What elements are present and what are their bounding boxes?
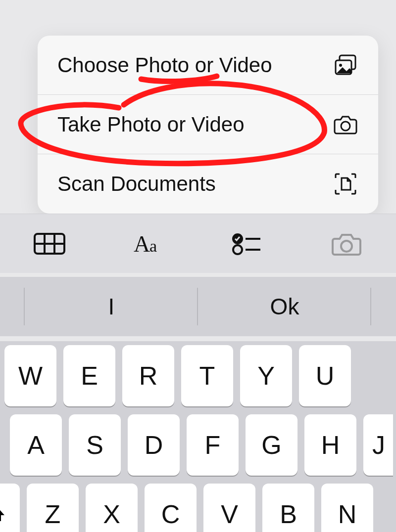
key-j[interactable]: J [363, 414, 393, 476]
key-c[interactable]: C [145, 484, 197, 532]
key-u[interactable]: U [299, 345, 351, 406]
key-v[interactable]: V [203, 484, 255, 532]
keyboard-row: Q W E R T Y U [0, 341, 396, 410]
svg-point-2 [339, 64, 342, 67]
key-r[interactable]: R [122, 345, 174, 406]
svg-point-14 [341, 241, 352, 252]
svg-point-3 [341, 122, 350, 131]
key-a[interactable]: A [10, 414, 62, 476]
suggestion-right-spacer [371, 277, 396, 336]
menu-item-choose-photo[interactable]: Choose Photo or Video [38, 36, 378, 95]
key-x[interactable]: X [86, 484, 138, 532]
suggestion-left-spacer [0, 277, 25, 336]
key-t[interactable]: T [181, 345, 233, 406]
camera-icon[interactable] [327, 226, 366, 262]
suggestion-item[interactable]: Ok [198, 277, 371, 336]
keyboard-suggestions: I Ok [0, 277, 396, 336]
key-y[interactable]: Y [240, 345, 292, 406]
menu-item-take-photo[interactable]: Take Photo or Video [38, 95, 378, 154]
key-w[interactable]: W [4, 345, 56, 406]
shift-key[interactable] [0, 484, 20, 532]
svg-text:a: a [149, 237, 157, 255]
key-n[interactable]: N [321, 484, 373, 532]
camera-icon [333, 112, 358, 137]
key-d[interactable]: D [128, 414, 180, 476]
keyboard: Q W E R T Y U A S D F G H J Z X C V B N [0, 341, 396, 532]
keyboard-row: Z X C V B N [0, 480, 396, 532]
text-format-icon[interactable]: A a [129, 226, 168, 262]
menu-item-label: Take Photo or Video [57, 113, 245, 136]
format-toolbar: A a [0, 214, 396, 273]
key-g[interactable]: G [246, 414, 297, 476]
attachment-menu: Choose Photo or Video Take Photo or Vide… [38, 36, 378, 214]
key-s[interactable]: S [69, 414, 121, 476]
key-e[interactable]: E [63, 345, 115, 406]
scan-icon [333, 171, 358, 197]
svg-text:A: A [134, 231, 150, 257]
suggestion-item[interactable]: I [25, 277, 198, 336]
key-b[interactable]: B [262, 484, 314, 532]
gallery-icon [333, 52, 358, 78]
checklist-icon[interactable] [228, 226, 267, 262]
key-h[interactable]: H [304, 414, 356, 476]
menu-item-label: Choose Photo or Video [57, 53, 272, 77]
menu-item-scan-documents[interactable]: Scan Documents [38, 154, 378, 214]
table-icon[interactable] [30, 226, 69, 262]
svg-point-12 [233, 245, 242, 254]
key-z[interactable]: Z [27, 484, 79, 532]
keyboard-row: A S D F G H J [0, 410, 396, 480]
key-f[interactable]: F [187, 414, 239, 476]
menu-item-label: Scan Documents [57, 172, 216, 196]
